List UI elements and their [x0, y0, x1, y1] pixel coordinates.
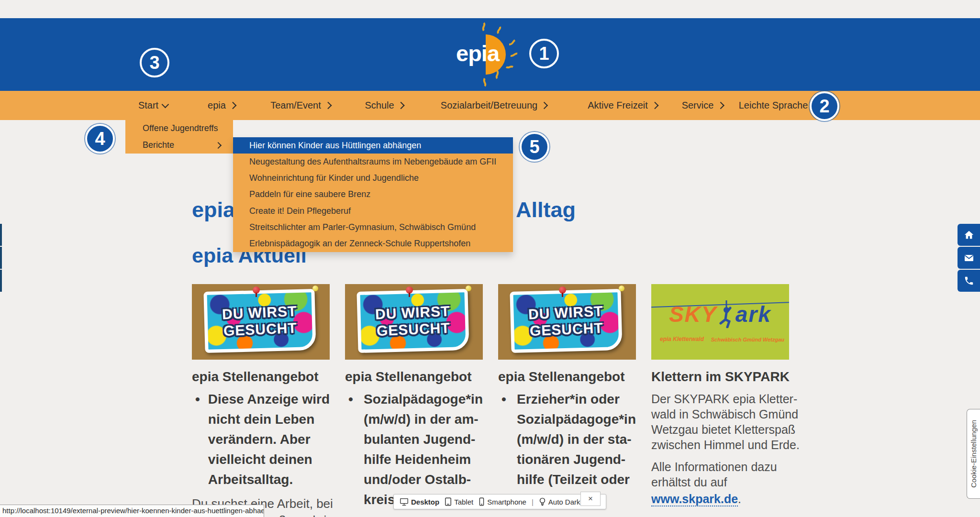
- pin-icon: [312, 286, 318, 291]
- card-image-du-wirst-gesucht[interactable]: DU WIRST GESUCHT: [345, 284, 483, 360]
- card-bullet: • Erzieher*in oder Sozialpädagoge*in (m/…: [498, 389, 636, 510]
- card-skypark: SKY ark epia Kletterwald Schwäbisch Gmün…: [651, 284, 789, 517]
- bullet-line: Erzieher*in oder: [517, 389, 636, 409]
- paragraph-line: erhältst du auf: [651, 474, 789, 490]
- card-title: epia Stellenangebot: [498, 369, 636, 385]
- page: epia Start epia Team/Event Schule Sozial…: [0, 0, 980, 517]
- skypark-logo-text: SKY: [669, 301, 717, 327]
- pin-icon: [406, 286, 413, 294]
- left-edge-button-sliver[interactable]: [0, 247, 2, 269]
- pin-icon: [619, 286, 624, 291]
- nav-label: Leichte Sprache: [739, 100, 808, 111]
- toolbar-close-button[interactable]: ×: [580, 492, 601, 506]
- nav-item-team-event[interactable]: Team/Event: [270, 91, 331, 120]
- menu-item-label: Offene Jugendtreffs: [143, 123, 218, 133]
- bullet-line: bulanten Jugend-: [364, 429, 483, 450]
- annotation-circle-3: 3: [140, 48, 169, 77]
- desktop-icon: [400, 498, 409, 506]
- card-stellenangebot-1: DU WIRST GESUCHT epia Stellenangebot • D…: [192, 284, 330, 517]
- chevron-right-icon: [717, 102, 724, 110]
- card-title: epia Stellenangebot: [192, 369, 330, 385]
- bullet-line: vielleicht deinen: [208, 450, 330, 470]
- nav-item-schule[interactable]: Schule: [365, 91, 403, 120]
- note-graphic: DU WIRST GESUCHT: [510, 289, 622, 353]
- paragraph-line: Der SKYPARK epia Kletter-: [651, 391, 789, 407]
- note-graphic: DU WIRST GESUCHT: [356, 289, 469, 353]
- bulb-icon: [539, 497, 546, 506]
- mail-icon: [963, 252, 975, 264]
- bullet-dot: •: [345, 389, 364, 510]
- nav-label: Sozialarbeit/Betreuung: [441, 100, 537, 111]
- card-image-du-wirst-gesucht[interactable]: DU WIRST GESUCHT: [498, 284, 636, 360]
- submenu-item-create-it[interactable]: Create it! Dein Pflegeberuf: [233, 203, 513, 219]
- annotation-circle-2: 2: [810, 91, 839, 121]
- chevron-right-icon: [229, 102, 237, 110]
- device-smartphone-button[interactable]: Smartphone: [479, 497, 526, 506]
- page-title-fragment-left: epia: [192, 198, 235, 222]
- paragraph-line: Wetzgau bietet Kletterspaß: [651, 422, 789, 437]
- note-graphic: DU WIRST GESUCHT: [203, 289, 316, 353]
- toolbar-separator: |: [532, 498, 534, 506]
- chevron-right-icon: [397, 102, 405, 110]
- pin-icon: [466, 286, 471, 291]
- bullet-line: hilfe (Teilzeit oder: [517, 470, 636, 490]
- bullet-dot: •: [498, 389, 517, 510]
- chevron-right-icon: [215, 142, 222, 148]
- status-bar-url: http://localhost:10149/external-preview/…: [0, 505, 264, 517]
- bullet-line: tionären Jugend-: [517, 450, 636, 470]
- card-title: epia Stellenangebot: [345, 369, 483, 385]
- paragraph-line: großgeschrie-: [261, 512, 330, 517]
- card-paragraph: Der SKYPARK epia Kletter- wald in Schwäb…: [651, 391, 789, 452]
- paragraph-line: wald in Schwäbisch Gmünd: [651, 407, 789, 422]
- nav-item-epia[interactable]: epia: [208, 91, 235, 120]
- submenu-item-neugestaltung[interactable]: Neugestaltung des Aufenthaltsraums im Ne…: [233, 154, 513, 170]
- card-image-du-wirst-gesucht[interactable]: DU WIRST GESUCHT: [192, 284, 330, 360]
- link-suffix: .: [738, 492, 741, 506]
- submenu-item-wohneinrichtung[interactable]: Wohneinrichtung für Kinder und Jugendlic…: [233, 170, 513, 187]
- mail-button[interactable]: [958, 247, 980, 269]
- epia-logo[interactable]: epia: [443, 19, 538, 90]
- left-edge-button-sliver[interactable]: [0, 270, 2, 292]
- device-preview-toolbar: Desktop Tablet Smartphone | Auto Dark Mo…: [393, 494, 606, 509]
- home-icon: [964, 230, 974, 240]
- phone-button[interactable]: [958, 270, 980, 292]
- submenu-item-huettlingen[interactable]: Hier können Kinder aus Hüttlingen abhäng…: [233, 137, 513, 154]
- bullet-line: Sozialpädagoge*in: [364, 389, 483, 409]
- card-grid: DU WIRST GESUCHT epia Stellenangebot • D…: [192, 284, 789, 517]
- bullet-line: (m/w/d) in der sta-: [517, 429, 636, 450]
- left-edge-button-sliver[interactable]: [0, 224, 2, 246]
- nav-label: epia: [208, 100, 226, 111]
- chevron-down-icon: [162, 101, 169, 109]
- home-button[interactable]: [958, 224, 980, 246]
- nav-item-leichte-sprache[interactable]: Leichte Sprache: [739, 91, 808, 120]
- menu-item-berichte[interactable]: Berichte: [125, 137, 233, 154]
- annotation-circle-1: 1: [529, 39, 559, 68]
- nav-item-service[interactable]: Service: [682, 91, 724, 120]
- submenu-item-paddeln[interactable]: Paddeln für eine saubere Brenz: [233, 187, 513, 203]
- berichte-submenu: Hier können Kinder aus Hüttlingen abhäng…: [233, 137, 513, 252]
- menu-item-offene-jugendtreffs[interactable]: Offene Jugendtreffs: [125, 120, 233, 137]
- submenu-item-erlebnispaedagogik[interactable]: Erlebnispädagogik an der Zenneck-Schule …: [233, 236, 513, 252]
- skypark-link[interactable]: www.skpark.de: [651, 492, 738, 506]
- bullet-line: (m/w/d) in der am-: [364, 409, 483, 429]
- card-bullet: • Diese Anzeige wird nicht dein Leben ve…: [192, 389, 330, 490]
- pin-icon: [253, 286, 260, 294]
- nav-item-aktive-freizeit[interactable]: Aktive Freizeit: [588, 91, 657, 120]
- chevron-right-icon: [541, 102, 548, 110]
- nav-item-sozialarbeit[interactable]: Sozialarbeit/Betreuung: [441, 91, 547, 120]
- logo-text: epia: [456, 40, 499, 66]
- card-stellenangebot-3: DU WIRST GESUCHT epia Stellenangebot • E…: [498, 284, 636, 517]
- card-image-skypark[interactable]: SKY ark epia Kletterwald Schwäbisch Gmün…: [651, 284, 789, 360]
- device-label: Tablet: [454, 498, 473, 506]
- submenu-item-streitschlichter[interactable]: Streitschlichter am Parler-Gymnasium, Sc…: [233, 219, 513, 235]
- nav-item-start[interactable]: Start: [138, 91, 168, 120]
- cookie-settings-tab[interactable]: Cookie-Einstellungen: [967, 409, 980, 499]
- skypark-subtitle: epia Kletterwald: [660, 336, 704, 342]
- phone-icon: [964, 275, 974, 286]
- device-label: Desktop: [411, 498, 439, 506]
- device-desktop-button[interactable]: Desktop: [400, 498, 439, 506]
- device-tablet-button[interactable]: Tablet: [445, 497, 473, 506]
- paragraph-line: Alle Informationen dazu: [651, 459, 789, 474]
- menu-item-label: Berichte: [143, 140, 174, 150]
- bullet-line: nicht dein Leben: [208, 409, 330, 429]
